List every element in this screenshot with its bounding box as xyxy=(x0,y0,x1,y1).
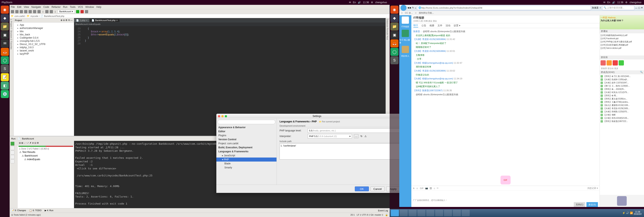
run-icon[interactable] xyxy=(76,10,79,13)
sb-pos[interactable]: 20:1 xyxy=(350,214,354,216)
editor-tab-active[interactable]: 📄 BankAcountTest.php × xyxy=(90,19,120,22)
sogou-logo-icon[interactable] xyxy=(400,5,406,11)
sogou-icon[interactable]: S xyxy=(390,56,398,64)
terminal-icon[interactable]: ▣ xyxy=(1,31,9,39)
dash-icon[interactable]: ◉ xyxy=(390,6,398,14)
project-tree[interactable]: App authorizationManager bbs bbs_back Co… xyxy=(14,22,74,136)
tab-album[interactable]: 相册 xyxy=(430,24,434,27)
image-icon[interactable]: 🖼 xyxy=(430,187,432,190)
sb-run[interactable]: 4: Run xyxy=(47,209,53,212)
interpreter-select[interactable]: PHP 5.5 (5.5.9-1ubuntu4.12) ▾ xyxy=(308,134,352,138)
crumb-0[interactable]: com.carbit xyxy=(14,15,25,17)
open-icon[interactable] xyxy=(11,10,14,13)
tree-item[interactable]: bbs_back xyxy=(14,33,73,36)
disk-icon[interactable]: 💿 xyxy=(1,90,9,98)
menu-navigate[interactable]: Navigate xyxy=(32,6,41,8)
clock[interactable]: 11:36 xyxy=(363,1,369,4)
taskbar-item[interactable] xyxy=(444,210,452,216)
tree-item[interactable]: CodeIgniter-3.0.4 xyxy=(14,36,73,39)
copy-icon[interactable] xyxy=(33,10,36,13)
menu-view[interactable]: View xyxy=(24,6,29,8)
run-config[interactable]: BankAcount ▾ xyxy=(58,10,75,13)
menu-file[interactable]: File xyxy=(11,6,15,8)
chat-input[interactable] xyxy=(411,191,600,199)
settings-search[interactable] xyxy=(218,120,275,124)
editor-breadcrumb[interactable]: \BankAcount indexEquals xyxy=(74,22,386,26)
search-icon[interactable]: 🔍 xyxy=(640,71,643,74)
nav-row[interactable]: Languages & Frameworks xyxy=(216,150,276,154)
taskbar-item[interactable] xyxy=(426,210,434,216)
tab-settings[interactable]: 设置 ▾ xyxy=(454,24,460,27)
star-icon[interactable]: ☆ xyxy=(599,6,601,9)
lang-indicator[interactable]: En xyxy=(607,1,610,4)
stop-icon[interactable] xyxy=(85,10,88,13)
terminal-icon[interactable]: ▣ xyxy=(390,31,398,39)
qq-group-avatar[interactable] xyxy=(402,16,409,24)
min-dot[interactable] xyxy=(222,115,224,117)
fav-item[interactable]: CC 攻... xyxy=(405,11,413,14)
tree-item[interactable]: Discuz_X3.2_SC_UTF8 xyxy=(14,43,73,46)
test-toolbar[interactable]: ⊟ ⊞ ↓ ↑ ✓ ✗ ⊘ ⊡ ⚙ xyxy=(19,142,39,144)
ok-button[interactable]: OK xyxy=(355,187,369,191)
search-box[interactable]: 🔍 上海什叙深次隧... xyxy=(602,6,634,10)
vip-icon[interactable]: 📷 xyxy=(425,187,428,190)
tree-item[interactable]: initphp_3.8.3 xyxy=(14,46,73,49)
undo-icon[interactable] xyxy=(20,10,23,13)
taskbar-item[interactable] xyxy=(400,210,408,216)
interpreter-edit-icon[interactable]: … xyxy=(354,134,358,138)
nav-row[interactable]: Appearance & Behavior xyxy=(216,125,276,129)
qq-side-item[interactable]: IT早报群 xyxy=(402,25,409,28)
menu-help[interactable]: Help xyxy=(96,6,102,8)
reload-icon[interactable]: ↻ xyxy=(360,135,362,138)
tree-item[interactable]: bbs xyxy=(14,30,73,33)
app-icon[interactable] xyxy=(612,60,618,65)
lang-indicator[interactable]: En xyxy=(353,1,356,4)
nav-row[interactable]: Blade xyxy=(216,162,276,166)
min-icon[interactable]: — xyxy=(635,7,637,9)
note-icon[interactable]: 📝 xyxy=(1,73,9,81)
start-button[interactable] xyxy=(391,210,399,216)
phpstorm-icon[interactable]: ◆ xyxy=(1,14,9,22)
menu-vcs[interactable]: VCS xyxy=(78,6,83,8)
gear-icon[interactable]: ⚙ xyxy=(371,1,373,4)
nav-row[interactable]: Project: com.carbit xyxy=(216,141,276,146)
tree-item[interactable]: authorizationManager xyxy=(14,26,73,30)
tree-item[interactable]: laravel_ceshi xyxy=(14,49,73,52)
back-icon[interactable] xyxy=(45,10,48,13)
qq-side-item[interactable]: To C 线上服务 xyxy=(399,38,411,44)
tab-chat[interactable]: 聊天 xyxy=(413,24,418,27)
firefox-icon[interactable]: 🦊 xyxy=(390,39,398,47)
save-icon[interactable] xyxy=(15,10,18,13)
send-button[interactable]: 发送(S) xyxy=(586,202,598,207)
phpstorm-icon[interactable]: ◆ xyxy=(390,14,398,22)
sound-icon[interactable]: 🔊 xyxy=(612,1,615,4)
taskbar-clock[interactable]: 11:36 2016/3/2 xyxy=(634,211,643,215)
app-icon[interactable] xyxy=(606,60,612,65)
font-icon[interactable]: A xyxy=(413,187,414,190)
tree-item[interactable]: crossphp-full-1.5.5 xyxy=(14,39,73,43)
back-icon[interactable]: ◀ xyxy=(407,6,409,9)
run-config-name[interactable]: BankAcount xyxy=(22,137,34,140)
ad-banner[interactable]: 一样是 Hadoop, 为什么有人年薪 50W ? xyxy=(600,15,644,29)
add-tab-icon[interactable]: 加速器 xyxy=(592,6,598,9)
reload-icon[interactable]: ↻ xyxy=(412,6,414,9)
tree-method[interactable]: indexEquals xyxy=(27,158,40,161)
cancel-button[interactable]: Cancel xyxy=(370,187,384,191)
close-dot[interactable] xyxy=(218,115,220,117)
taskbar-item[interactable] xyxy=(408,210,416,216)
members-list[interactable]: 【市民】✿ 万仁奥-1021(543...【大侠】段成祥-1105(sq9...… xyxy=(600,74,644,195)
files-icon[interactable]: 📁 xyxy=(1,22,9,30)
nav-row[interactable]: Build, Execution, Deployment xyxy=(216,146,276,150)
paste-icon[interactable] xyxy=(38,10,41,13)
taskbar-item[interactable] xyxy=(462,210,470,216)
nav-row[interactable]: Version Control xyxy=(216,137,276,141)
menu-edit[interactable]: Edit xyxy=(17,6,21,8)
firefox-icon[interactable]: 🦊 xyxy=(1,48,9,56)
nav-row[interactable]: Editor xyxy=(216,129,276,133)
sb-changes[interactable]: 9: Changes xyxy=(15,209,26,212)
project-tools[interactable]: ⊕ ⊖ ⚙ ⟲ — xyxy=(60,19,73,21)
menu-code[interactable]: Code xyxy=(43,6,49,8)
close-icon[interactable]: ✕ xyxy=(641,6,643,9)
gear-icon[interactable]: ⚙ xyxy=(625,1,628,4)
nav-row-selected[interactable]: ▾ PHP xyxy=(216,158,276,162)
